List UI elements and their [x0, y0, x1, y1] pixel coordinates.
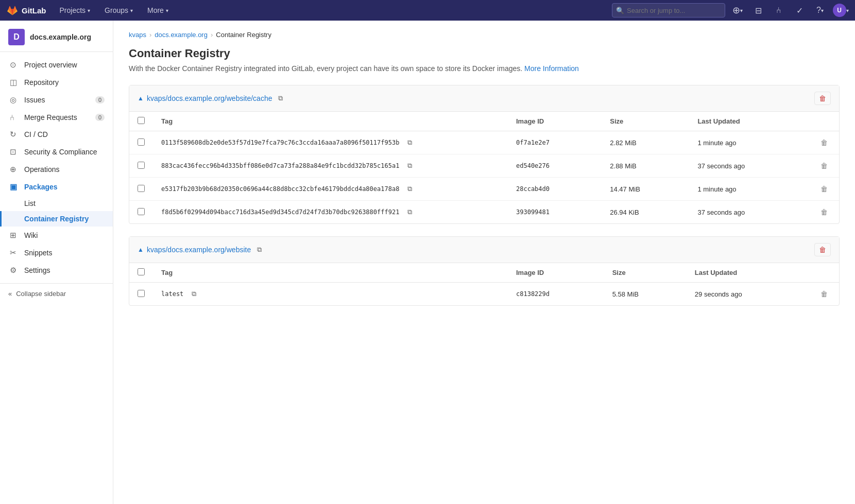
page-title: Container Registry	[129, 47, 840, 60]
copy-tag-button[interactable]: ⧉	[190, 289, 198, 299]
row-size: 2.88 MiB	[602, 154, 689, 178]
sidebar-item-merge-requests-label: Merge Requests	[24, 113, 77, 121]
issues-badge: 0	[95, 96, 105, 103]
copy-repo-path-cache-button[interactable]: ⧉	[276, 93, 285, 103]
row-action-col: 🗑	[809, 201, 839, 224]
collapse-icon: «	[8, 290, 12, 298]
row-checkbox[interactable]	[138, 162, 145, 169]
sidebar-item-security-compliance[interactable]: ⊡ Security & Compliance	[0, 143, 113, 161]
more-info-link[interactable]: More Information	[524, 64, 579, 73]
expand-icon-website[interactable]: ▲	[138, 246, 144, 253]
row-check-col	[129, 154, 153, 178]
sidebar-item-project-overview[interactable]: ⊙ Project overview	[0, 56, 113, 74]
sidebar-item-packages[interactable]: ▣ Packages	[0, 178, 113, 196]
expand-icon-cache[interactable]: ▲	[138, 95, 144, 102]
sidebar-item-operations[interactable]: ⊕ Operations	[0, 161, 113, 178]
copy-tag-button[interactable]: ⧉	[405, 161, 414, 171]
gitlab-brand[interactable]: GitLab	[6, 4, 46, 16]
delete-row-button[interactable]: 🗑	[817, 136, 831, 149]
th-tag-cache: Tag	[153, 112, 508, 131]
row-checkbox[interactable]	[138, 208, 145, 215]
row-tag: 0113f589608db2e0de53f57d19e7fca79c76c3cc…	[153, 131, 508, 154]
row-tag: f8d5b6f02994d094bacc716d3a45ed9d345cd7d2…	[153, 201, 508, 224]
sidebar-item-merge-requests[interactable]: ⑃ Merge Requests 0	[0, 109, 113, 126]
wiki-icon: ⊞	[10, 231, 19, 240]
sidebar-nav: ⊙ Project overview ◫ Repository ◎ Issues…	[0, 52, 113, 283]
select-all-website-checkbox[interactable]	[138, 268, 145, 275]
sidebar-item-security-compliance-label: Security & Compliance	[24, 148, 97, 156]
th-size-website: Size	[604, 263, 687, 283]
repo-link-cache[interactable]: kvaps/docs.example.org/website/cache	[147, 94, 272, 102]
avatar-circle: U	[833, 4, 846, 17]
row-action-col: 🗑	[809, 131, 839, 154]
row-check-col	[129, 201, 153, 224]
page-description: With the Docker Container Registry integ…	[129, 64, 840, 73]
sidebar-item-settings[interactable]: ⚙ Settings	[0, 262, 113, 279]
help-button[interactable]: ? ▾	[812, 2, 828, 19]
sidebar-item-wiki[interactable]: ⊞ Wiki	[0, 227, 113, 244]
row-tag: 883cac436fecc96b4d335bff086e0d7ca73fa288…	[153, 154, 508, 178]
merge-requests-icon: ⑃	[10, 113, 19, 121]
sidebar-item-list[interactable]: List	[0, 196, 113, 211]
breadcrumb-kvaps[interactable]: kvaps	[129, 31, 146, 39]
merge-request-icon[interactable]: ⑃	[771, 2, 787, 19]
copy-tag-button[interactable]: ⧉	[405, 137, 414, 148]
row-checkbox[interactable]	[138, 290, 145, 297]
row-check-col	[129, 178, 153, 201]
project-name: docs.example.org	[30, 33, 91, 41]
row-checkbox[interactable]	[138, 138, 145, 146]
row-last-updated: 37 seconds ago	[689, 201, 809, 224]
delete-row-button[interactable]: 🗑	[817, 206, 831, 218]
th-check-website	[129, 263, 153, 283]
delete-row-button[interactable]: 🗑	[817, 160, 831, 172]
delete-registry-cache-button[interactable]: 🗑	[814, 92, 831, 105]
search-icon: 🔍	[616, 7, 624, 14]
registry-table-website: Tag Image ID Size Last Updated latest ⧉ …	[129, 263, 839, 305]
nav-groups[interactable]: Groups ▾	[99, 0, 138, 21]
row-check-col	[129, 283, 153, 306]
row-action-col: 🗑	[809, 178, 839, 201]
project-avatar: D	[8, 29, 25, 45]
row-last-updated: 1 minute ago	[689, 178, 809, 201]
todo-icon[interactable]: ✓	[791, 2, 808, 19]
sidebar-item-container-registry[interactable]: Container Registry	[0, 211, 113, 227]
row-tag: latest ⧉	[153, 283, 508, 306]
sidebar-item-issues[interactable]: ◎ Issues 0	[0, 91, 113, 109]
sidebar-item-ci-cd[interactable]: ↻ CI / CD	[0, 126, 113, 143]
copy-tag-button[interactable]: ⧉	[405, 184, 414, 194]
registry-section-cache-header: ▲ kvaps/docs.example.org/website/cache ⧉…	[129, 85, 839, 112]
copy-tag-button[interactable]: ⧉	[405, 207, 414, 217]
repository-icon: ◫	[10, 78, 19, 87]
add-button[interactable]: ⊕ ▾	[729, 2, 746, 19]
row-last-updated: 29 seconds ago	[687, 283, 809, 306]
user-avatar[interactable]: U ▾	[832, 2, 849, 19]
row-image-id: c8138229d	[508, 283, 604, 306]
delete-row-button[interactable]: 🗑	[817, 288, 831, 300]
settings-icon: ⚙	[10, 266, 19, 275]
delete-registry-website-button[interactable]: 🗑	[814, 243, 831, 256]
sidebar-item-snippets[interactable]: ✂ Snippets	[0, 244, 113, 262]
copy-repo-path-website-button[interactable]: ⧉	[255, 245, 264, 255]
sidebar-item-ci-cd-label: CI / CD	[24, 130, 48, 138]
row-size: 26.94 KiB	[602, 201, 689, 224]
th-action-website	[809, 263, 839, 283]
sidebar-item-repository[interactable]: ◫ Repository	[0, 74, 113, 91]
layout-icon[interactable]: ⊟	[750, 2, 766, 19]
nav-more[interactable]: More ▾	[142, 0, 174, 21]
collapse-sidebar-button[interactable]: « Collapse sidebar	[0, 283, 113, 304]
row-action-col: 🗑	[809, 283, 839, 306]
th-tag-website: Tag	[153, 263, 508, 283]
sidebar-item-container-registry-label: Container Registry	[24, 215, 89, 223]
th-updated-website: Last Updated	[687, 263, 809, 283]
select-all-cache-checkbox[interactable]	[138, 117, 145, 124]
sidebar-item-project-overview-label: Project overview	[24, 61, 77, 69]
delete-row-button[interactable]: 🗑	[817, 183, 831, 195]
row-checkbox[interactable]	[138, 185, 145, 192]
search-input[interactable]	[612, 3, 725, 18]
nav-projects[interactable]: Projects ▾	[55, 0, 96, 21]
repo-link-website[interactable]: kvaps/docs.example.org/website	[147, 246, 251, 254]
table-row: 883cac436fecc96b4d335bff086e0d7ca73fa288…	[129, 154, 839, 178]
issues-icon: ◎	[10, 95, 19, 105]
breadcrumb-docs-example[interactable]: docs.example.org	[155, 31, 208, 39]
registry-section-cache: ▲ kvaps/docs.example.org/website/cache ⧉…	[129, 85, 840, 224]
